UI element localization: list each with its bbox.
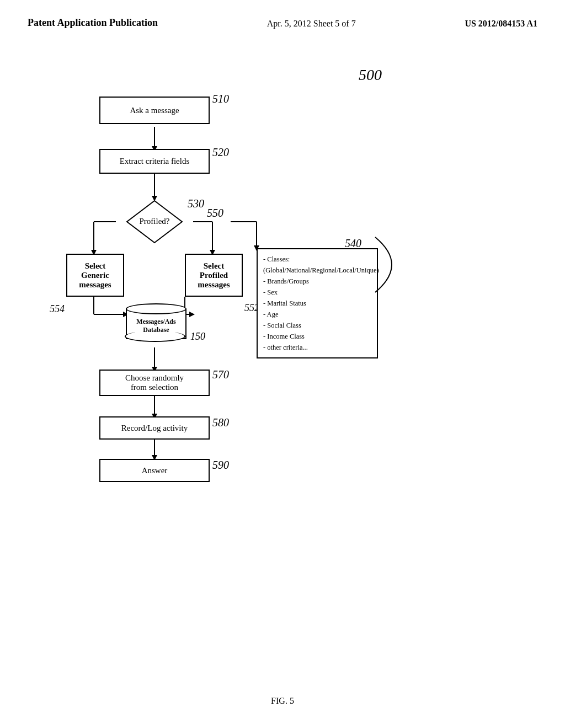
label-540: 540 (345, 237, 361, 250)
box-510: Ask a message (99, 97, 210, 124)
label-520: 520 (212, 146, 229, 159)
patent-number: US 2012/084153 A1 (465, 17, 537, 29)
criteria-box-540: - Classes: (Global/National/Regional/Loc… (257, 248, 378, 358)
box-580: Record/Log activity (99, 416, 210, 440)
label-500: 500 (359, 66, 382, 84)
label-554: 554 (50, 303, 65, 315)
label-550: 550 (207, 207, 223, 220)
flowchart-diagram: 500 Ask a message 510 Extract criteria f… (44, 77, 519, 574)
label-530: 530 (188, 197, 204, 210)
label-580: 580 (212, 416, 229, 429)
diamond-530: Profiled? (126, 200, 183, 244)
publication-title: Patent Application Publication (28, 17, 158, 29)
box-552: Select Profiled messages (185, 254, 243, 297)
label-590: 590 (212, 459, 229, 472)
svg-marker-15 (189, 312, 195, 317)
svg-text:Profiled?: Profiled? (140, 217, 170, 226)
db-box: Messages/Ads Database (126, 303, 186, 342)
box-520: Extract criteria fields (99, 149, 210, 174)
box-590: Answer (99, 459, 210, 482)
label-570: 570 (212, 368, 229, 381)
bracket-svg (370, 232, 414, 298)
label-510: 510 (212, 93, 229, 105)
box-554: Select Generic messages (66, 254, 124, 297)
label-150: 150 (190, 331, 205, 342)
box-570: Choose randomly from selection (99, 370, 210, 396)
figure-label: FIG. 5 (271, 696, 294, 706)
page-header: Patent Application Publication Apr. 5, 2… (0, 0, 565, 29)
date-sheet: Apr. 5, 2012 Sheet 5 of 7 (267, 17, 356, 29)
